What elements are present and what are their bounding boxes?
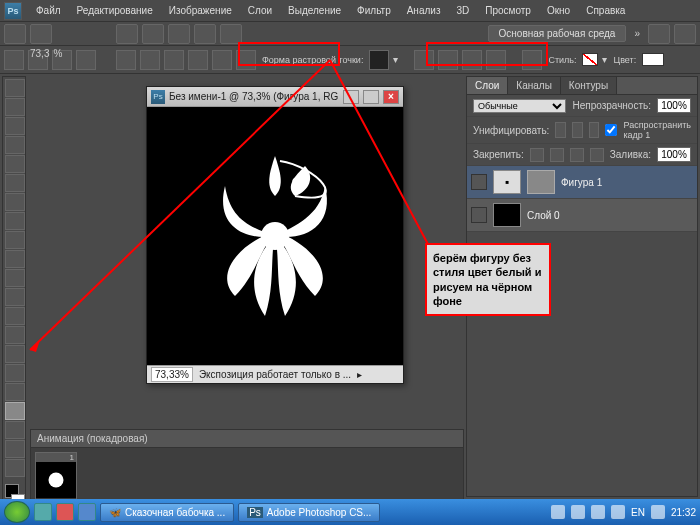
blur-tool[interactable] <box>5 307 25 325</box>
threed-tool[interactable] <box>5 421 25 439</box>
type-tool[interactable] <box>5 364 25 382</box>
menu-select[interactable]: Выделение <box>280 2 349 19</box>
tab-paths[interactable]: Контуры <box>561 77 617 94</box>
stamp-tool[interactable] <box>5 231 25 249</box>
rect-shape-button[interactable] <box>116 50 136 70</box>
wand-tool[interactable] <box>5 136 25 154</box>
task-photoshop[interactable]: PsAdobe Photoshop CS... <box>238 503 380 522</box>
quicklaunch-3[interactable] <box>78 503 96 521</box>
csline-button[interactable] <box>648 24 670 44</box>
document-canvas[interactable] <box>147 107 403 365</box>
tab-channels[interactable]: Каналы <box>508 77 561 94</box>
combine-add-button[interactable] <box>414 50 434 70</box>
custom-shape-picker[interactable] <box>369 50 389 70</box>
dodge-tool[interactable] <box>5 326 25 344</box>
visibility-toggle[interactable] <box>471 207 487 223</box>
launch-bridge-button[interactable] <box>4 24 26 44</box>
ellipse-shape-button[interactable] <box>164 50 184 70</box>
lasso-tool[interactable] <box>5 117 25 135</box>
quicklaunch-2[interactable] <box>56 503 74 521</box>
rotate-button[interactable] <box>168 24 190 44</box>
custom-shape-button[interactable] <box>236 50 256 70</box>
screen-mode-button[interactable] <box>220 24 242 44</box>
menu-3d[interactable]: 3D <box>448 2 477 19</box>
vector-mask-thumb[interactable] <box>527 170 555 194</box>
unify-style-button[interactable] <box>589 122 600 138</box>
menu-analysis[interactable]: Анализ <box>399 2 449 19</box>
eraser-tool[interactable] <box>5 269 25 287</box>
animation-frame-1[interactable]: 1 0 сек. <box>35 452 77 500</box>
tray-icon[interactable] <box>571 505 585 519</box>
layer-name[interactable]: Слой 0 <box>527 210 560 221</box>
hand-tool[interactable] <box>5 440 25 458</box>
menu-window[interactable]: Окно <box>539 2 578 19</box>
polygon-shape-button[interactable] <box>188 50 208 70</box>
menu-image[interactable]: Изображение <box>161 2 240 19</box>
workspace-switcher[interactable]: Основная рабочая среда <box>488 25 627 42</box>
tray-icon[interactable] <box>551 505 565 519</box>
quicklaunch-1[interactable] <box>34 503 52 521</box>
unify-vis-button[interactable] <box>572 122 583 138</box>
fill-value[interactable]: 100% <box>657 147 691 162</box>
heal-tool[interactable] <box>5 193 25 211</box>
marquee-tool[interactable] <box>5 98 25 116</box>
maximize-button[interactable] <box>363 90 379 104</box>
tray-icon[interactable] <box>591 505 605 519</box>
fill-pixels-button[interactable] <box>76 50 96 70</box>
roundrect-shape-button[interactable] <box>140 50 160 70</box>
layer-sloy0[interactable]: Слой 0 <box>467 199 697 232</box>
minimize-button[interactable] <box>343 90 359 104</box>
menu-view[interactable]: Просмотр <box>477 2 539 19</box>
visibility-toggle[interactable] <box>471 174 487 190</box>
propagate-checkbox[interactable] <box>605 124 617 136</box>
custom-shape-tool[interactable] <box>5 402 25 420</box>
task-butterfly[interactable]: 🦋Сказочная бабочка ... <box>100 503 234 522</box>
csline2-button[interactable] <box>674 24 696 44</box>
extras-button[interactable] <box>30 24 52 44</box>
gradient-tool[interactable] <box>5 288 25 306</box>
layer-thumb[interactable]: ▪ <box>493 170 521 194</box>
move-tool[interactable] <box>5 79 25 97</box>
lock-all-button[interactable] <box>590 148 604 162</box>
menu-filter[interactable]: Фильтр <box>349 2 399 19</box>
zoom-value[interactable]: 73,3 <box>30 48 49 59</box>
combine-excl-button[interactable] <box>486 50 506 70</box>
combine-int-button[interactable] <box>462 50 482 70</box>
zoom-tool[interactable] <box>5 459 25 477</box>
blend-mode-select[interactable]: Обычные <box>473 99 566 113</box>
tray-icon[interactable] <box>651 505 665 519</box>
line-shape-button[interactable] <box>212 50 232 70</box>
lock-trans-button[interactable] <box>530 148 544 162</box>
clock[interactable]: 21:32 <box>671 507 696 518</box>
style-picker[interactable] <box>582 53 598 66</box>
unify-pos-button[interactable] <box>555 122 566 138</box>
lock-pix-button[interactable] <box>550 148 564 162</box>
eyedropper-tool[interactable] <box>5 174 25 192</box>
menu-file[interactable]: Файл <box>28 2 69 19</box>
combine-sub-button[interactable] <box>438 50 458 70</box>
path-select-tool[interactable] <box>5 383 25 401</box>
color-swatch[interactable] <box>642 53 664 66</box>
language-indicator[interactable]: EN <box>631 507 645 518</box>
tray-icon[interactable] <box>611 505 625 519</box>
opacity-value[interactable]: 100% <box>657 98 691 113</box>
close-button[interactable]: × <box>383 90 399 104</box>
pen-tool[interactable] <box>5 345 25 363</box>
brush-tool[interactable] <box>5 212 25 230</box>
tab-layers[interactable]: Слои <box>467 77 508 94</box>
layer-figura1[interactable]: ▪ Фигура 1 <box>467 166 697 199</box>
history-brush-tool[interactable] <box>5 250 25 268</box>
tool-preset-button[interactable] <box>4 50 24 70</box>
layer-thumb[interactable] <box>493 203 521 227</box>
layer-name[interactable]: Фигура 1 <box>561 177 602 188</box>
menu-edit[interactable]: Редактирование <box>69 2 161 19</box>
zoom-button[interactable] <box>142 24 164 44</box>
more-workspace-icon[interactable]: » <box>630 28 644 39</box>
menu-layer[interactable]: Слои <box>240 2 280 19</box>
start-button[interactable] <box>4 501 30 523</box>
doc-zoom[interactable]: 73,33% <box>151 367 193 382</box>
arrange-button[interactable] <box>194 24 216 44</box>
lock-pos-button[interactable] <box>570 148 584 162</box>
menu-help[interactable]: Справка <box>578 2 633 19</box>
crop-tool[interactable] <box>5 155 25 173</box>
